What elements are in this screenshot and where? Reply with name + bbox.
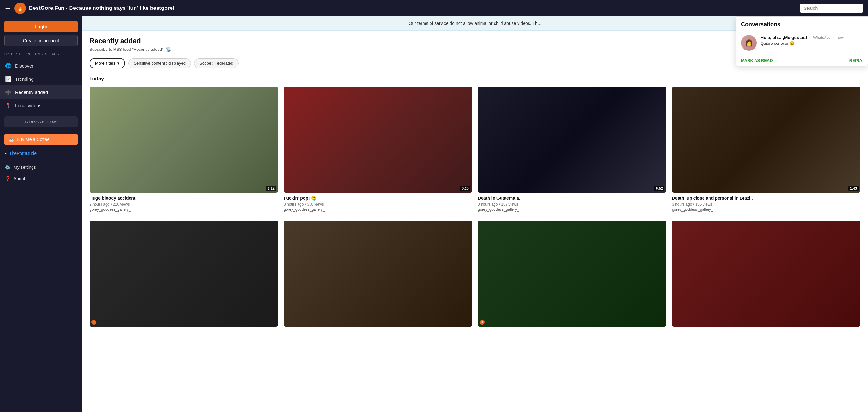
- conv-source: ·: [810, 35, 811, 40]
- search-input[interactable]: [800, 4, 863, 12]
- conversations-title: Conversations: [736, 17, 868, 31]
- video-duration: 1:12: [266, 186, 276, 191]
- main-layout: Login Create an account ON BESTGORE.FUN …: [0, 17, 868, 412]
- video-card[interactable]: 1: [478, 220, 666, 329]
- mark-as-read-button[interactable]: MARK AS READ: [741, 58, 773, 63]
- sidebar-item-label: My settings: [13, 165, 36, 170]
- conv-name: Hola, eh... ¡Me gustas!: [761, 35, 807, 40]
- video-thumbnail: 0:52: [478, 87, 666, 193]
- thumb-inner: [90, 220, 278, 326]
- video-duration: 1:43: [848, 186, 859, 191]
- sidebar-item-label: Local videos: [15, 103, 41, 108]
- thumb-inner: [478, 220, 666, 326]
- video-duration: 0:20: [460, 186, 470, 191]
- create-account-button[interactable]: Create an account: [4, 35, 78, 47]
- videos-grid-today: 1:12 Huge bloody accident. 2 hours ago •…: [90, 87, 861, 212]
- coffee-icon: ☕: [9, 137, 14, 142]
- site-logo: 🔥: [14, 2, 26, 14]
- sidebar: Login Create an account ON BESTGORE.FUN …: [0, 17, 82, 412]
- login-button[interactable]: Login: [4, 21, 78, 32]
- video-meta: 2 hours ago • 210 views: [90, 202, 278, 207]
- video-title: Death in Guatemala.: [478, 195, 666, 201]
- video-thumbnail: 1:43: [672, 87, 861, 193]
- conv-body: Hola, eh... ¡Me gustas! · WhatsApp · now…: [761, 35, 863, 46]
- rss-icon: 📡: [165, 47, 172, 52]
- theporndude-anchor[interactable]: ThePornDude: [9, 151, 37, 156]
- sidebar-item-recently-added[interactable]: ➕ Recently added: [0, 86, 82, 99]
- theporndude-link: • ThePornDude: [0, 148, 82, 158]
- menu-icon[interactable]: ☰: [5, 4, 11, 12]
- main-content: Our terms of service do not allow animal…: [82, 17, 868, 412]
- sidebar-item-my-settings[interactable]: ⚙️ My settings: [0, 161, 82, 173]
- thumb-inner: [478, 87, 666, 193]
- conv-time: now: [837, 35, 844, 40]
- conv-dot: ·: [833, 35, 834, 40]
- video-badge: 1: [480, 320, 485, 325]
- videos-grid-more: 1 1: [90, 220, 861, 329]
- content-area: Recently added Subscribe to RSS feed "Re…: [82, 31, 868, 344]
- sensitive-content-filter[interactable]: Sensitive content : displayed: [128, 58, 191, 68]
- video-channel: gorey_goddess_gallery_: [90, 207, 278, 212]
- video-card[interactable]: [672, 220, 861, 329]
- sidebar-item-label: Trending: [15, 76, 34, 82]
- video-card[interactable]: 0:52 Death in Guatemala. 3 hours ago • 1…: [478, 87, 666, 212]
- video-meta: 3 hours ago • 189 views: [478, 202, 666, 207]
- goredb-banner[interactable]: GOREDB.COM: [4, 116, 78, 127]
- video-title: Fuckin' pop! 🤤: [284, 195, 472, 201]
- thumb-inner: [284, 87, 472, 193]
- header: ☰ 🔥 BestGore.Fun - Because nothing says …: [0, 0, 868, 17]
- conversation-item[interactable]: 👩 Hola, eh... ¡Me gustas! · WhatsApp · n…: [736, 31, 868, 55]
- video-thumbnail: 1: [478, 220, 666, 326]
- chevron-down-icon: ▾: [117, 61, 120, 66]
- thumb-inner: [672, 87, 861, 193]
- conv-message: Quiero conocer 😏: [761, 41, 863, 46]
- section-today-label: Today: [90, 76, 861, 82]
- video-card[interactable]: 1:43 Death, up close and personal in Bra…: [672, 87, 861, 212]
- video-card[interactable]: 0:20 Fuckin' pop! 🤤 3 hours ago • 358 vi…: [284, 87, 472, 212]
- sidebar-nav: 🌐 Discover 📈 Trending ➕ Recently added 📍…: [0, 58, 82, 113]
- video-thumbnail: 0:20: [284, 87, 472, 193]
- video-card[interactable]: 1:12 Huge bloody accident. 2 hours ago •…: [90, 87, 278, 212]
- conv-avatar: 👩: [741, 35, 757, 51]
- video-badge: 1: [91, 320, 96, 325]
- conv-name-row: Hola, eh... ¡Me gustas! · WhatsApp · now: [761, 35, 863, 40]
- sidebar-item-label: Discover: [15, 63, 33, 68]
- video-thumbnail: 1: [90, 220, 278, 326]
- sidebar-item-label: About: [13, 176, 25, 181]
- video-duration: 0:52: [654, 186, 664, 191]
- sidebar-item-local-videos[interactable]: 📍 Local videos: [0, 99, 82, 112]
- thumb-inner: [672, 220, 861, 326]
- sidebar-item-about[interactable]: ❓ About: [0, 173, 82, 184]
- video-title: Death, up close and personal in Brazil.: [672, 195, 861, 201]
- video-card[interactable]: [284, 220, 472, 329]
- help-icon: ❓: [5, 176, 10, 181]
- video-thumbnail: [672, 220, 861, 326]
- video-thumbnail: 1:12: [90, 87, 278, 193]
- trending-icon: 📈: [5, 76, 11, 82]
- scope-filter[interactable]: Scope : Federated: [194, 58, 239, 68]
- sidebar-site-name: ON BESTGORE.FUN - BECAUS...: [0, 49, 82, 58]
- video-channel: gorey_goddess_gallery_: [672, 207, 861, 212]
- video-thumbnail: [284, 220, 472, 326]
- sidebar-auth: Login Create an account: [0, 17, 82, 49]
- video-card[interactable]: 1: [90, 220, 278, 329]
- sidebar-bottom-nav: ⚙️ My settings ❓ About: [0, 161, 82, 184]
- reply-button[interactable]: REPLY: [849, 58, 863, 63]
- sidebar-item-trending[interactable]: 📈 Trending: [0, 72, 82, 86]
- plus-circle-icon: ➕: [5, 89, 11, 95]
- location-icon: 📍: [5, 102, 11, 109]
- video-meta: 3 hours ago • 358 views: [284, 202, 472, 207]
- conversations-popup: Conversations 👩 Hola, eh... ¡Me gustas! …: [736, 17, 868, 66]
- conv-platform: WhatsApp: [813, 35, 831, 40]
- more-filters-button[interactable]: More filters ▾: [90, 58, 125, 68]
- conv-actions: MARK AS READ REPLY: [736, 55, 868, 66]
- video-channel: gorey_goddess_gallery_: [478, 207, 666, 212]
- sidebar-item-label: Recently added: [15, 90, 48, 95]
- svg-text:🔥: 🔥: [17, 5, 24, 12]
- video-title: Huge bloody accident.: [90, 195, 278, 201]
- thumb-inner: [284, 220, 472, 326]
- sidebar-item-discover[interactable]: 🌐 Discover: [0, 59, 82, 72]
- video-channel: gorey_goddess_gallery_: [284, 207, 472, 212]
- buy-coffee-button[interactable]: ☕ Buy Me a Coffee: [4, 134, 78, 145]
- settings-icon: ⚙️: [5, 165, 10, 170]
